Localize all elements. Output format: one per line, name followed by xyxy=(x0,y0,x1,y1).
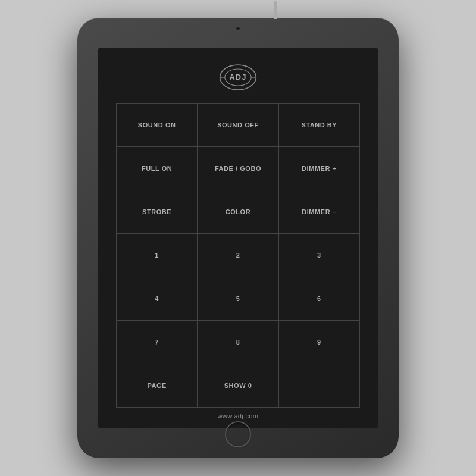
home-button[interactable] xyxy=(225,421,251,447)
grid-cell-3-1[interactable]: 2 xyxy=(197,234,278,277)
grid-cell-2-2[interactable]: DIMMER – xyxy=(278,190,360,233)
grid-row-0: SOUND ONSOUND OFFSTAND BY xyxy=(116,103,360,146)
grid-row-5: 789 xyxy=(116,320,360,364)
grid-cell-2-0[interactable]: STROBE xyxy=(116,190,197,233)
grid-row-1: FULL ONFADE / GOBODIMMER + xyxy=(116,146,360,190)
website-label: www.adj.com xyxy=(218,412,258,419)
grid-cell-6-0[interactable]: PAGE xyxy=(116,364,197,407)
grid-cell-3-2[interactable]: 3 xyxy=(278,234,360,277)
grid-cell-4-1[interactable]: 5 xyxy=(197,277,278,320)
grid-cell-0-0[interactable]: SOUND ON xyxy=(116,104,197,146)
grid-cell-0-1[interactable]: SOUND OFF xyxy=(197,104,278,146)
grid-cell-5-1[interactable]: 8 xyxy=(197,321,278,364)
grid-cell-5-2[interactable]: 9 xyxy=(278,321,360,364)
grid-cell-1-2[interactable]: DIMMER + xyxy=(278,147,360,190)
grid-row-3: 123 xyxy=(116,233,360,277)
grid-cell-5-0[interactable]: 7 xyxy=(116,321,197,364)
grid-cell-6-1[interactable]: SHOW 0 xyxy=(197,364,278,407)
camera xyxy=(236,26,240,31)
grid-cell-6-2 xyxy=(278,364,360,407)
grid-cell-1-0[interactable]: FULL ON xyxy=(116,147,197,190)
adj-logo: ADJ xyxy=(217,62,259,92)
antenna xyxy=(274,1,277,19)
grid-cell-1-1[interactable]: FADE / GOBO xyxy=(197,147,278,190)
button-grid: SOUND ONSOUND OFFSTAND BYFULL ONFADE / G… xyxy=(116,103,360,408)
grid-cell-2-1[interactable]: COLOR xyxy=(197,190,278,233)
grid-cell-4-2[interactable]: 6 xyxy=(278,277,360,320)
grid-cell-4-0[interactable]: 4 xyxy=(116,277,197,320)
svg-text:ADJ: ADJ xyxy=(229,73,246,82)
grid-row-4: 456 xyxy=(116,277,360,320)
grid-row-6: PAGESHOW 0 xyxy=(116,364,360,408)
grid-cell-0-2[interactable]: STAND BY xyxy=(278,104,360,146)
logo-area: ADJ xyxy=(116,62,360,92)
screen: ADJ SOUND ONSOUND OFFSTAND BYFULL ONFADE… xyxy=(98,48,378,428)
grid-row-2: STROBECOLORDIMMER – xyxy=(116,190,360,233)
grid-cell-3-0[interactable]: 1 xyxy=(116,234,197,277)
tablet: ADJ SOUND ONSOUND OFFSTAND BYFULL ONFADE… xyxy=(77,18,399,458)
